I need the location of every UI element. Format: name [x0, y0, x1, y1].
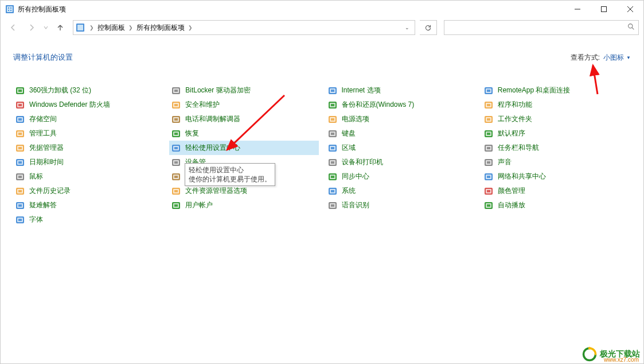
view-by-label: 查看方式: [571, 53, 600, 63]
recent-dropdown[interactable] [42, 20, 50, 36]
control-panel-item[interactable]: 360强力卸载 (32 位) [13, 83, 162, 98]
control-panel-item[interactable]: 颜色管理 [482, 184, 631, 198]
item-icon [328, 86, 337, 95]
control-panel-item[interactable]: 备份和还原(Windows 7) [326, 98, 475, 112]
item-icon [484, 158, 493, 167]
svg-rect-46 [174, 90, 178, 92]
svg-rect-103 [487, 104, 490, 106]
svg-rect-121 [487, 190, 490, 192]
search-icon[interactable] [627, 23, 635, 32]
control-panel-item[interactable]: 恢复 [169, 126, 318, 141]
control-panel-item[interactable]: 凭据管理器 [13, 141, 162, 155]
item-label: 文件资源管理器选项 [185, 186, 247, 196]
item-label: 同步中心 [342, 172, 369, 181]
chevron-right-icon[interactable]: ❯ [186, 25, 195, 30]
control-panel-item[interactable]: 疑难解答 [13, 198, 162, 212]
item-icon [171, 172, 181, 181]
svg-rect-82 [331, 133, 334, 135]
svg-rect-67 [174, 190, 178, 192]
control-panel-item[interactable]: 区域 [326, 141, 475, 155]
control-panel-item[interactable]: 鼠标 [13, 169, 162, 184]
breadcrumb-1[interactable]: 控制面板 [96, 23, 126, 33]
svg-rect-73 [331, 90, 334, 92]
path-icon [76, 23, 85, 32]
control-panel-item[interactable]: 用户帐户 [169, 198, 318, 212]
control-panel-item[interactable]: 日期和时间 [13, 155, 162, 169]
svg-rect-85 [331, 147, 334, 149]
watermark-icon [581, 346, 598, 362]
item-icon [171, 115, 181, 124]
close-button[interactable] [617, 1, 643, 18]
control-panel-item[interactable]: 轻松使用设置中心 [169, 141, 318, 155]
svg-rect-58 [174, 147, 178, 149]
item-label: 自动播放 [498, 200, 525, 210]
chevron-right-icon[interactable]: ❯ [126, 25, 135, 30]
maximize-button[interactable] [591, 1, 617, 18]
control-panel-item[interactable]: 电话和调制解调器 [169, 112, 318, 126]
control-panel-item[interactable]: RemoteApp 和桌面连接 [482, 83, 631, 98]
titlebar: 所有控制面板项 [1, 1, 643, 18]
control-panel-item[interactable]: 网络和共享中心 [482, 169, 631, 184]
control-panel-item[interactable]: 工作文件夹 [482, 112, 631, 126]
forward-button[interactable] [24, 20, 40, 36]
item-icon [171, 144, 181, 153]
control-panel-item[interactable]: 默认程序 [482, 126, 631, 141]
control-panel-item[interactable]: 任务栏和导航 [482, 141, 631, 155]
watermark: 极光下载站 www.xz7.com [581, 346, 640, 362]
item-icon [15, 115, 25, 124]
search-input[interactable] [444, 20, 639, 35]
item-label: 键盘 [342, 129, 356, 138]
minimize-button[interactable] [564, 1, 591, 18]
svg-rect-76 [331, 104, 334, 106]
control-panel-item[interactable]: 设备和打印机 [326, 155, 475, 169]
item-label: 语音识别 [342, 200, 369, 210]
svg-rect-22 [18, 118, 22, 121]
item-icon [171, 129, 181, 138]
watermark-url: www.xz7.com [604, 357, 639, 363]
control-panel-item[interactable]: 自动播放 [482, 198, 631, 212]
control-panel-item[interactable]: 同步中心 [326, 169, 475, 184]
control-panel-item[interactable]: 电源选项 [326, 112, 475, 126]
control-panel-item[interactable]: 字体 [13, 212, 162, 227]
item-label: 用户帐户 [185, 200, 213, 210]
chevron-right-icon[interactable]: ❯ [87, 25, 96, 30]
control-panel-item[interactable]: 程序和功能 [482, 98, 631, 112]
svg-rect-34 [18, 176, 22, 178]
control-panel-item[interactable]: Windows Defender 防火墙 [13, 98, 162, 112]
control-panel-item[interactable]: 安全和维护 [169, 98, 318, 112]
svg-rect-4 [8, 10, 9, 11]
back-button[interactable] [5, 20, 21, 36]
address-dropdown[interactable]: ⌄ [402, 25, 412, 30]
control-panel-item[interactable]: 管理工具 [13, 126, 162, 141]
breadcrumb-2[interactable]: 所有控制面板项 [135, 23, 186, 33]
item-icon [171, 158, 181, 167]
control-panel-item[interactable]: 声音 [482, 155, 631, 169]
refresh-button[interactable] [420, 20, 437, 35]
svg-rect-106 [487, 118, 490, 121]
control-panel-item[interactable]: 存储空间 [13, 112, 162, 126]
column-1: BitLocker 驱动器加密安全和维护电话和调制解调器恢复轻松使用设置中心设备… [169, 83, 318, 227]
up-button[interactable] [52, 20, 68, 36]
navbar: ❯ 控制面板 ❯ 所有控制面板项 ❯ ⌄ [1, 18, 643, 37]
svg-point-127 [588, 347, 591, 349]
item-icon [171, 86, 181, 95]
item-icon [171, 100, 181, 110]
svg-rect-124 [487, 204, 490, 207]
column-2: Internet 选项备份和还原(Windows 7)电源选项键盘区域设备和打印… [326, 83, 475, 227]
control-panel-item[interactable]: 文件历史记录 [13, 184, 162, 198]
item-label: 任务栏和导航 [498, 143, 539, 153]
svg-rect-112 [487, 147, 490, 149]
item-label: 鼠标 [29, 172, 43, 181]
view-by-dropdown[interactable]: 小图标 ▼ [603, 53, 631, 63]
svg-rect-94 [331, 190, 334, 192]
svg-rect-5 [10, 10, 11, 11]
control-panel-item[interactable]: 语音识别 [326, 198, 475, 212]
control-panel-item[interactable]: Internet 选项 [326, 83, 475, 98]
address-bar[interactable]: ❯ 控制面板 ❯ 所有控制面板项 ❯ ⌄ [73, 20, 415, 35]
control-panel-item[interactable]: BitLocker 驱动器加密 [169, 83, 318, 98]
item-label: 日期和时间 [29, 157, 64, 167]
control-panel-item[interactable]: 键盘 [326, 126, 475, 141]
control-panel-item[interactable]: 系统 [326, 184, 475, 198]
svg-rect-31 [18, 161, 22, 164]
item-icon [171, 187, 181, 196]
